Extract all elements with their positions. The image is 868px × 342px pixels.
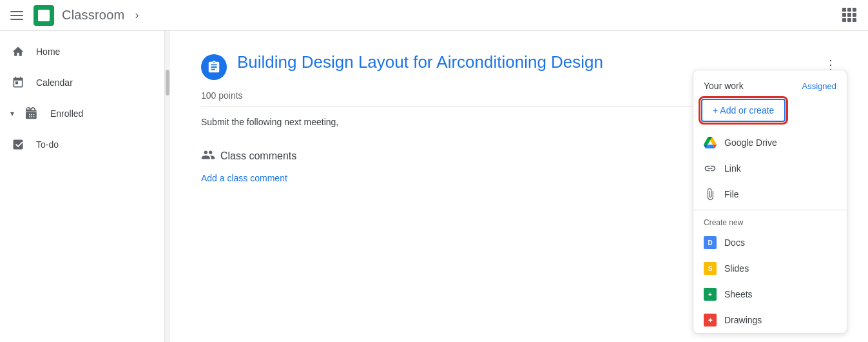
google-drive-label: Google Drive	[724, 137, 777, 148]
sidebar-item-todo-label: To-do	[36, 139, 59, 150]
topbar: Classroom ›	[0, 0, 868, 31]
sidebar-item-home[interactable]: Home	[0, 36, 159, 67]
enrolled-collapse-icon: ▾	[10, 109, 14, 118]
drawings-color-icon: ✦	[704, 314, 717, 327]
brand-logo	[34, 5, 54, 26]
file-menu-item[interactable]: File	[693, 181, 847, 207]
sidebar-item-enrolled-label: Enrolled	[50, 108, 83, 119]
todo-icon	[10, 137, 26, 152]
content-area: Building Design Layout for Airconditioni…	[170, 31, 868, 342]
sidebar: Home Calendar ▾ Enrolled To-do	[0, 31, 165, 342]
your-work-status-badge: Assigned	[802, 81, 836, 91]
comments-title: Class comments	[220, 150, 296, 162]
brand-name: Classroom	[62, 8, 124, 23]
topbar-left: Classroom ›	[10, 5, 139, 26]
your-work-header: Your work Assigned	[693, 70, 847, 96]
sidebar-item-calendar-label: Calendar	[36, 77, 73, 88]
slides-menu-item[interactable]: S Slides	[693, 256, 847, 281]
docs-icon: D	[704, 236, 717, 249]
scrollbar[interactable]	[165, 31, 170, 342]
hamburger-icon[interactable]	[10, 8, 26, 23]
google-drive-icon	[704, 136, 717, 149]
sidebar-item-enrolled[interactable]: ▾ Enrolled	[0, 98, 159, 129]
link-label: Link	[724, 163, 741, 174]
your-work-panel: Your work Assigned + Add or create Go	[693, 70, 847, 334]
assignment-icon	[201, 54, 227, 80]
link-menu-item[interactable]: Link	[693, 156, 847, 181]
add-class-comment-link[interactable]: Add a class comment	[201, 173, 287, 183]
add-or-create-button[interactable]: + Add or create	[701, 99, 786, 122]
docs-label: Docs	[724, 237, 745, 248]
comments-icon	[201, 148, 215, 165]
slides-label: Slides	[724, 263, 749, 274]
google-drive-menu-item[interactable]: Google Drive	[693, 130, 847, 156]
sheets-color-icon: +	[704, 288, 717, 301]
sidebar-item-calendar[interactable]: Calendar	[0, 67, 159, 98]
sheets-icon: +	[704, 288, 717, 301]
main-layout: Home Calendar ▾ Enrolled To-do	[0, 31, 868, 342]
slides-icon: S	[704, 262, 717, 275]
drawings-label: Drawings	[724, 315, 762, 325]
docs-color-icon: D	[704, 236, 717, 249]
your-work-title: Your work	[704, 81, 744, 91]
slides-color-icon: S	[704, 262, 717, 275]
calendar-icon	[10, 75, 26, 90]
home-icon	[10, 44, 26, 59]
file-icon	[704, 188, 717, 201]
drawings-menu-item[interactable]: ✦ Drawings	[693, 307, 847, 333]
apps-grid-icon[interactable]	[842, 8, 858, 23]
sheets-label: Sheets	[724, 289, 753, 299]
brand-chevron-icon: ›	[135, 8, 139, 22]
create-new-section-label: Create new	[693, 213, 847, 230]
docs-menu-item[interactable]: D Docs	[693, 230, 847, 256]
panel-divider	[693, 210, 847, 210]
link-icon	[704, 162, 717, 175]
drawings-icon: ✦	[704, 314, 717, 327]
file-label: File	[724, 189, 739, 199]
enrolled-icon	[24, 106, 40, 121]
scroll-thumb	[166, 70, 169, 96]
sheets-menu-item[interactable]: + Sheets	[693, 281, 847, 307]
sidebar-item-home-label: Home	[36, 46, 60, 57]
sidebar-item-todo[interactable]: To-do	[0, 129, 159, 160]
topbar-right	[842, 8, 858, 23]
